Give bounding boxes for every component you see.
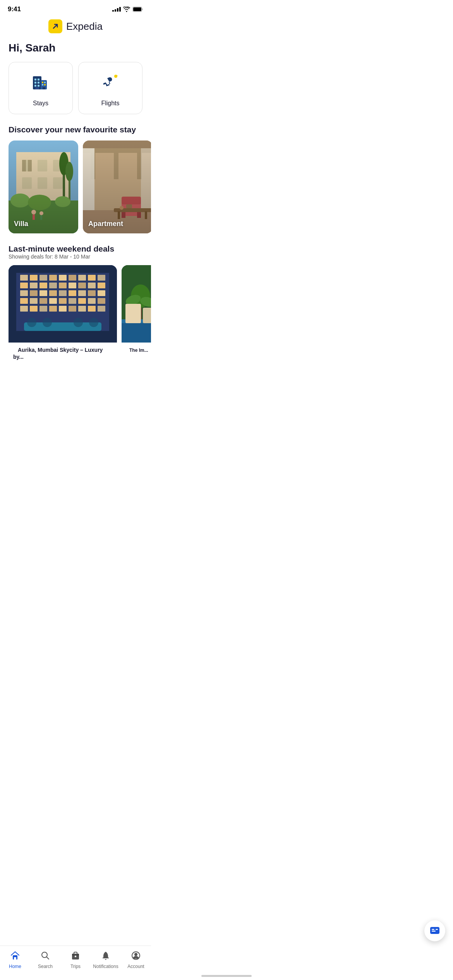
svg-rect-105 [98,298,105,304]
status-bar: 9:41 [0,0,151,15]
svg-rect-83 [59,283,67,288]
svg-rect-90 [39,290,47,296]
svg-rect-106 [20,306,28,312]
im-image [122,265,151,343]
svg-rect-13 [44,82,46,83]
logo-text: Expedia [66,21,103,33]
svg-rect-8 [34,85,36,87]
status-icons [112,7,143,12]
svg-rect-6 [34,82,36,84]
svg-rect-73 [49,275,57,281]
villa-illustration [9,140,78,233]
svg-rect-79 [20,283,28,288]
deals-scroll[interactable]: Aurika, Mumbai Skycity – Luxury by... [0,265,151,404]
signal-icon [112,7,121,12]
svg-rect-12 [42,82,43,83]
svg-rect-82 [49,283,57,288]
deals-section: Last-minute weekend deals Showing deals … [0,244,151,404]
svg-rect-104 [88,298,96,304]
svg-rect-9 [38,85,39,87]
flights-button[interactable]: Flights [78,62,142,114]
greeting-section: Hi, Sarah [0,39,151,62]
svg-rect-40 [9,140,78,233]
svg-rect-76 [78,275,86,281]
logo-icon [48,19,62,33]
svg-rect-80 [30,283,38,288]
apartment-card[interactable]: Apartment [83,140,151,233]
svg-rect-86 [88,283,96,288]
svg-rect-91 [49,290,57,296]
discover-section: Discover your new favourite stay [0,125,151,244]
svg-rect-112 [78,306,86,312]
svg-rect-102 [69,298,76,304]
svg-rect-7 [38,82,39,84]
svg-rect-107 [30,306,38,312]
discover-scroll[interactable]: Villa [0,140,151,244]
stays-button[interactable]: Stays [9,62,73,114]
svg-rect-101 [59,298,67,304]
svg-rect-10 [35,87,39,89]
svg-rect-15 [44,84,46,86]
svg-rect-110 [59,306,67,312]
svg-rect-77 [88,275,96,281]
svg-rect-74 [59,275,67,281]
svg-point-118 [43,318,52,327]
svg-rect-99 [39,298,47,304]
wifi-icon [123,7,130,12]
svg-rect-4 [34,79,36,81]
svg-rect-97 [20,298,28,304]
quick-actions: Stays Flights [0,62,151,125]
villa-card[interactable]: Villa [9,140,78,233]
aurika-card[interactable]: Aurika, Mumbai Skycity – Luxury by... [9,265,117,365]
svg-rect-1 [133,7,141,11]
stays-icon [30,71,51,95]
svg-point-119 [74,318,83,327]
villa-label: Villa [14,220,28,228]
svg-rect-95 [88,290,96,296]
aurika-image [9,265,117,343]
svg-point-120 [89,318,98,327]
svg-rect-89 [30,290,38,296]
svg-rect-108 [39,306,47,312]
discover-title: Discover your new favourite stay [0,125,151,140]
svg-rect-94 [78,290,86,296]
svg-rect-93 [69,290,76,296]
apartment-illustration [83,140,151,233]
svg-rect-16 [43,87,45,89]
stays-label: Stays [33,100,48,107]
svg-rect-81 [39,283,47,288]
svg-rect-84 [69,283,76,288]
app-header: Expedia [0,15,151,39]
svg-rect-14 [42,84,43,86]
svg-rect-92 [59,290,67,296]
svg-rect-128 [125,304,141,323]
svg-rect-88 [20,290,28,296]
svg-rect-109 [49,306,57,312]
svg-rect-5 [38,79,39,81]
svg-rect-100 [49,298,57,304]
battery-icon [132,7,143,12]
svg-rect-111 [69,306,76,312]
deals-subtitle: Showing deals for: 8 Mar - 10 Mar [0,254,151,265]
svg-rect-71 [30,275,38,281]
svg-rect-75 [69,275,76,281]
svg-rect-85 [78,283,86,288]
expedia-logo: Expedia [48,19,103,33]
greeting-text: Hi, Sarah [9,42,142,54]
im-card[interactable]: The Im... [122,265,151,365]
aurika-name: Aurika, Mumbai Skycity – Luxury by... [13,343,103,363]
svg-rect-72 [39,275,47,281]
svg-rect-114 [98,306,105,312]
svg-rect-103 [78,298,86,304]
svg-rect-98 [30,298,38,304]
apartment-label: Apartment [88,220,123,228]
status-time: 9:41 [8,5,21,13]
flights-icon [100,71,121,95]
svg-rect-87 [98,283,105,288]
svg-rect-113 [88,306,96,312]
svg-point-117 [27,318,36,327]
svg-rect-59 [83,140,151,233]
flights-label: Flights [101,100,119,107]
svg-rect-129 [143,308,151,323]
svg-rect-96 [98,290,105,296]
